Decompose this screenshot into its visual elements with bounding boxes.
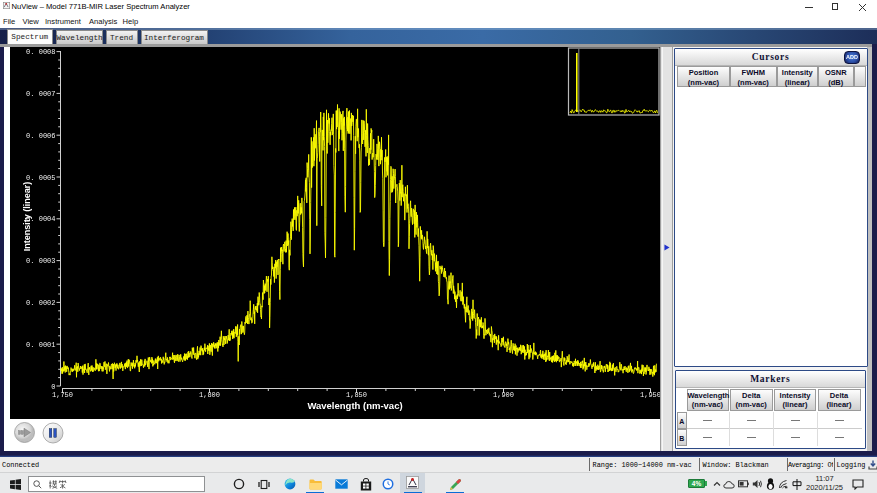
svg-text:1,850: 1,850	[346, 391, 367, 399]
svg-text:0. 0008: 0. 0008	[26, 48, 55, 56]
svg-text:0: 0	[51, 382, 55, 390]
svg-text:Intensity (linear): Intensity (linear)	[22, 181, 32, 251]
svg-text:0. 0001: 0. 0001	[26, 340, 55, 348]
svg-text:1,950: 1,950	[640, 391, 660, 399]
svg-text:Wavelength (nm-vac): Wavelength (nm-vac)	[307, 399, 402, 410]
svg-text:0. 0003: 0. 0003	[26, 257, 55, 265]
svg-text:1,900: 1,900	[493, 391, 514, 399]
svg-text:0. 0007: 0. 0007	[26, 89, 55, 97]
svg-text:0. 0002: 0. 0002	[26, 298, 55, 306]
svg-text:0. 0006: 0. 0006	[26, 131, 55, 139]
svg-text:1,750: 1,750	[52, 391, 73, 399]
svg-text:0. 0005: 0. 0005	[26, 173, 55, 181]
svg-text:1,800: 1,800	[199, 391, 220, 399]
